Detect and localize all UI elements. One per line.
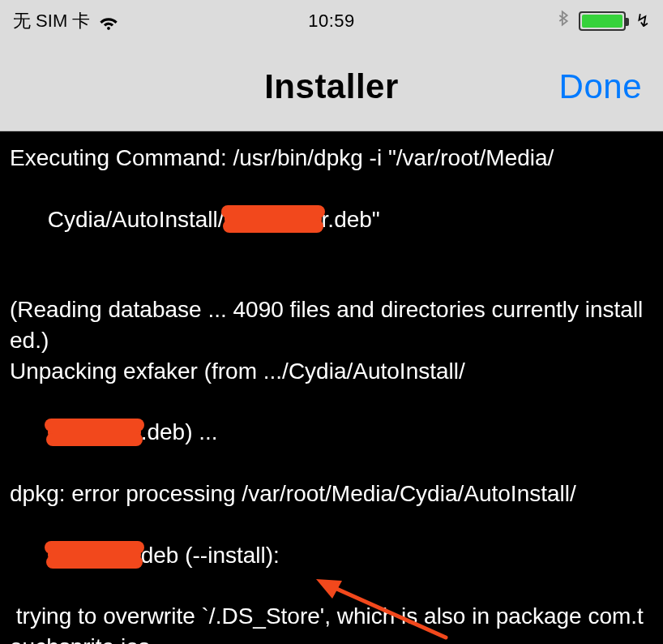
terminal-line: Executing Command: /usr/bin/dpkg -i "/va… (10, 143, 653, 174)
navigation-bar: Installer Done (0, 42, 663, 131)
status-time: 10:59 (308, 11, 355, 32)
terminal-text: Cydia/AutoInstall/ (48, 207, 225, 232)
terminal-line: (Reading database ... 4090 files and dir… (10, 294, 653, 356)
terminal-output: Executing Command: /usr/bin/dpkg -i "/va… (0, 131, 663, 644)
bluetooth-icon (556, 10, 571, 32)
terminal-text: .deb) ... (141, 419, 218, 444)
terminal-line: Unpacking exfaker (from .../Cydia/AutoIn… (10, 356, 653, 387)
terminal-text: r.deb" (322, 207, 380, 232)
terminal-line: trying to overwrite `/.DS_Store', which … (10, 601, 653, 644)
wifi-icon (98, 11, 119, 32)
terminal-text: deb (--install): (141, 543, 280, 568)
carrier-label: 无 SIM 卡 (13, 9, 90, 33)
terminal-line: Cydia/AutoInstall/r.deb" (10, 174, 653, 265)
terminal-line: dpkg: error processing /var/root/Media/C… (10, 479, 653, 509)
charging-icon: ↯ (635, 11, 650, 32)
redaction-mark (48, 546, 141, 564)
status-right: ↯ (472, 10, 650, 32)
status-left: 无 SIM 卡 (13, 9, 191, 33)
redaction-mark (48, 423, 141, 441)
terminal-line: deb (--install): (10, 509, 653, 601)
battery-icon (579, 11, 626, 31)
device-frame: 无 SIM 卡 10:59 ↯ Installer Done Executing… (0, 0, 663, 644)
status-bar: 无 SIM 卡 10:59 ↯ (0, 0, 663, 42)
page-title: Installer (264, 67, 399, 106)
redaction-mark (225, 210, 322, 228)
terminal-line: .deb) ... (10, 387, 653, 479)
done-button[interactable]: Done (559, 67, 642, 106)
